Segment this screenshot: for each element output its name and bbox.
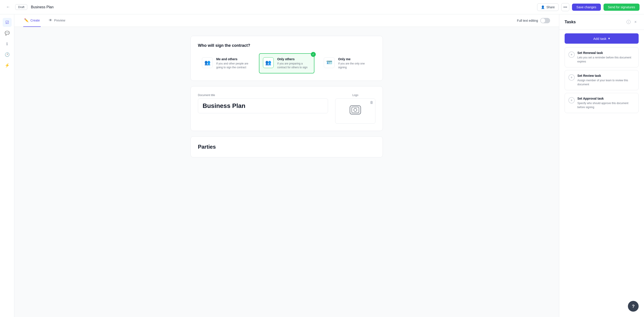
signer-title-only-me: Only me — [338, 57, 372, 61]
full-text-switch[interactable] — [540, 18, 550, 23]
task-desc-review: Assign member of your team to review thi… — [577, 78, 635, 86]
signer-title-only-others: Only others — [277, 57, 310, 61]
back-button[interactable]: ← — [4, 4, 12, 11]
task-items-list: + Set Renewal task Lets you set a remind… — [559, 47, 644, 113]
task-item-renewal: + Set Renewal task Lets you set a remind… — [564, 47, 639, 67]
signer-icon-only-me: 🪪 — [324, 57, 334, 68]
signer-title-me-and-others: Me and others — [216, 57, 250, 61]
signer-icon-only-others: 👥 — [263, 57, 274, 68]
title-field-label: Document title — [198, 94, 328, 97]
send-signatures-button[interactable]: Send for signatures — [604, 4, 640, 11]
left-sidebar: ☑ 💬 ℹ 🕐 ⚡ — [0, 14, 14, 317]
logo-placeholder-icon — [348, 104, 362, 118]
person-icon: 👤 — [541, 5, 545, 9]
selected-checkmark: ✓ — [311, 52, 316, 57]
sidebar-icon-info[interactable]: ℹ — [3, 39, 12, 48]
task-add-icon-renewal[interactable]: + — [568, 52, 575, 58]
sidebar-icon-tasks[interactable]: ☑ — [3, 18, 12, 27]
tab-create[interactable]: ✏️ Create — [23, 14, 41, 27]
signers-title: Who will sign the contract? — [198, 43, 376, 48]
draft-badge[interactable]: Draft — [15, 4, 27, 10]
sidebar-icon-comments[interactable]: 💬 — [3, 29, 12, 38]
tab-bar: ✏️ Create 👁 Preview Full text editing — [14, 14, 559, 27]
pencil-icon: ✏️ — [24, 18, 28, 22]
task-name-approval: Set Approval task — [577, 97, 635, 100]
parties-section: Parties — [190, 136, 383, 157]
header-actions: 👤 Share ••• Save changes Send for signat… — [537, 3, 640, 11]
task-add-icon-review[interactable]: + — [568, 74, 575, 81]
full-text-toggle: Full text editing — [517, 18, 550, 23]
app-body: ☑ 💬 ℹ 🕐 ⚡ ✏️ Create 👁 Preview Full text … — [0, 14, 644, 317]
svg-rect-1 — [352, 107, 359, 113]
share-button[interactable]: 👤 Share — [537, 3, 558, 11]
app-header: ← Draft Business Plan 👤 Share ••• Save c… — [0, 0, 644, 14]
tab-preview[interactable]: 👁 Preview — [48, 14, 66, 27]
eye-icon: 👁 — [49, 18, 52, 22]
task-desc-renewal: Lets you set a reminder before this docu… — [577, 56, 635, 64]
logo-box: 🗑 — [335, 99, 376, 124]
title-input-wrap: Document title — [198, 94, 328, 113]
signer-option-me-and-others[interactable]: 👥 Me and others If you and other people … — [198, 53, 254, 73]
main-content: ✏️ Create 👁 Preview Full text editing Wh… — [14, 14, 559, 317]
panel-info-icon[interactable]: i — [626, 20, 630, 24]
panel-header: Tasks i × — [559, 14, 644, 30]
panel-close-button[interactable]: × — [632, 19, 639, 25]
signer-desc-only-me: If you are the only one signing — [338, 62, 372, 69]
signer-desc-me-and-others: If you and other people are going to sig… — [216, 62, 250, 69]
logo-delete-icon[interactable]: 🗑 — [370, 101, 374, 105]
logo-wrap: Logo 🗑 — [335, 94, 376, 124]
task-item-approval: + Set Approval task Specify who should a… — [564, 93, 639, 113]
task-desc-approval: Specify who should approve this document… — [577, 101, 635, 109]
task-add-icon-approval[interactable]: + — [568, 97, 575, 103]
signers-section: Who will sign the contract? 👥 Me and oth… — [190, 36, 383, 81]
task-item-review: + Set Review task Assign member of your … — [564, 70, 639, 90]
svg-point-2 — [354, 108, 357, 112]
add-task-button[interactable]: Add task ▾ — [564, 33, 639, 44]
more-button[interactable]: ••• — [561, 3, 569, 11]
add-task-chevron-icon: ▾ — [608, 37, 610, 41]
signer-option-only-others[interactable]: ✓ 👥 Only others If you are preparing a c… — [259, 53, 314, 73]
sidebar-icon-history[interactable]: 🕐 — [3, 50, 12, 59]
parties-title: Parties — [198, 144, 376, 150]
document-title-input[interactable] — [198, 99, 328, 113]
help-button[interactable]: ? — [628, 301, 639, 312]
save-changes-button[interactable]: Save changes — [572, 4, 601, 11]
sidebar-icon-integrations[interactable]: ⚡ — [3, 61, 12, 70]
signer-desc-only-others: If you are preparing a contract for othe… — [277, 62, 310, 69]
right-panel: Tasks i × Add task ▾ + Set Renewal task … — [559, 14, 644, 317]
signer-options: 👥 Me and others If you and other people … — [198, 53, 376, 73]
task-name-renewal: Set Renewal task — [577, 51, 635, 55]
task-name-review: Set Review task — [577, 74, 635, 78]
panel-title: Tasks — [564, 20, 625, 25]
document-area: Who will sign the contract? 👥 Me and oth… — [186, 27, 387, 172]
document-title: Business Plan — [31, 5, 533, 9]
logo-label: Logo — [335, 94, 376, 97]
signer-option-only-me[interactable]: 🪪 Only me If you are the only one signin… — [320, 53, 376, 73]
signer-icon-me-and-others: 👥 — [202, 57, 213, 68]
title-logo-section: Document title Logo 🗑 — [190, 86, 383, 131]
